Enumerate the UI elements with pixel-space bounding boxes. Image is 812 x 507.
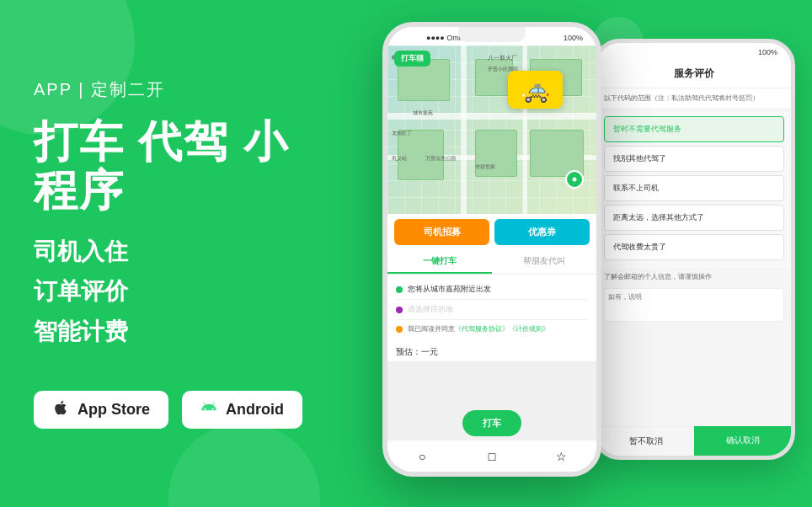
bottom-nav: ○ □ ☆: [387, 440, 596, 472]
secondary-bottom-buttons: 暂不取消 确认取消: [597, 426, 791, 456]
taxi-icon: 🚕: [508, 71, 563, 109]
map-label-5: 龙池壮丁: [392, 130, 412, 137]
agreement-link-2[interactable]: 《计价规则》: [509, 325, 549, 333]
location-pin: [565, 170, 584, 189]
location-row-from: 您将从城市嘉苑附近出发: [396, 280, 588, 300]
secondary-battery: 100%: [758, 48, 777, 56]
map-label-2: 八一新火厂: [488, 54, 517, 62]
loc-dot-from: [396, 286, 403, 293]
phone-wrapper: 100% 服务评价 以下代码的范围（注：私法助驾代代驾将封号惩罚） 暂时不需要代…: [366, 5, 804, 502]
cancel-button[interactable]: 暂不取消: [597, 426, 694, 456]
confirm-button[interactable]: 确认取消: [694, 426, 791, 456]
reason-btn-1[interactable]: 暂时不需要代驾服务: [604, 116, 784, 142]
loc-dot-agreement: [396, 326, 403, 333]
reason-btn-3[interactable]: 联系不上司机: [604, 175, 784, 201]
secondary-description: 以下代码的范围（注：私法助驾代代驾将封号惩罚）: [597, 88, 791, 108]
battery-label: 100%: [564, 34, 583, 42]
nav-home-icon[interactable]: ○: [414, 448, 430, 465]
android-label: Android: [226, 401, 284, 419]
action-bar: 司机招募 优惠券: [387, 214, 596, 250]
secondary-reasons: 暂时不需要代驾服务 找别其他代驾了 联系不上司机 距离太远，选择其他方式了 代驾…: [597, 111, 791, 269]
store-buttons: App Store Android: [34, 391, 329, 429]
reason-btn-4[interactable]: 距离太远，选择其他方式了: [604, 205, 784, 231]
top-label: APP | 定制二开: [34, 78, 329, 101]
price-row: 预估：一元: [387, 343, 596, 361]
tab-bar: 一键打车 帮朋友代叫: [387, 250, 596, 275]
driver-recruit-button[interactable]: 司机招募: [394, 219, 489, 245]
map-area: 电缆厂家属院 八一新火厂 开普小区西院 开普小区东院 龙池壮丁 巩义站 万景法浩…: [387, 45, 596, 214]
secondary-header: 服务评价: [597, 60, 791, 88]
tab-taxi[interactable]: 一键打车: [387, 250, 492, 274]
price-label: 预估：一元: [396, 346, 438, 358]
map-label-9: 城市嘉苑: [413, 109, 433, 117]
call-taxi-button[interactable]: 打车: [462, 410, 521, 436]
loc-text-to: 请选择目的地: [408, 304, 453, 315]
left-section: APP | 定制二开 打车 代驾 小程序 司机入住 订单评价 智能计费 App …: [0, 0, 362, 507]
location-row-agreement: 我已阅读并同意《代驾服务协议》《计价规则》: [396, 320, 588, 338]
phone-notch: [458, 27, 526, 42]
map-label-6: 巩义站: [392, 155, 407, 163]
nav-profile-icon[interactable]: ☆: [553, 448, 570, 465]
phone-main: ●●●● Omni 100%: [382, 22, 601, 477]
map-label-7: 万景法浩公园: [425, 155, 456, 163]
android-icon: [200, 399, 217, 420]
android-button[interactable]: Android: [182, 391, 302, 429]
loc-dot-to: [396, 307, 403, 313]
nav-menu-icon[interactable]: □: [483, 448, 500, 465]
reason-btn-5[interactable]: 代驾收费太贵了: [604, 234, 784, 260]
reason-btn-2[interactable]: 找别其他代驾了: [604, 146, 784, 172]
phone-secondary: 100% 服务评价 以下代码的范围（注：私法助驾代代驾将封号惩罚） 暂时不需要代…: [593, 39, 795, 460]
road-v1: [461, 45, 467, 214]
tab-friend[interactable]: 帮朋友代叫: [492, 250, 596, 274]
feature-1: 司机入住: [34, 232, 329, 272]
feature-3: 智能计费: [34, 312, 329, 352]
right-section: 100% 服务评价 以下代码的范围（注：私法助驾代代驾将封号惩罚） 暂时不需要代…: [357, 0, 812, 507]
svg-point-0: [573, 178, 577, 182]
sub-features: 司机入住 订单评价 智能计费: [34, 232, 329, 352]
loc-text-from: 您将从城市嘉苑附近出发: [408, 284, 491, 295]
secondary-status-bar: 100%: [597, 43, 791, 60]
feature-2: 订单评价: [34, 271, 329, 312]
agreement-link-1[interactable]: 《代驾服务协议》: [455, 325, 509, 333]
appstore-button[interactable]: App Store: [34, 391, 168, 429]
main-title: 打车 代驾 小程序: [34, 118, 329, 214]
loc-text-agreement: 我已阅读并同意《代驾服务协议》《计价规则》: [408, 324, 549, 334]
appstore-label: App Store: [77, 401, 150, 419]
map-label-8: 华碧世家: [475, 163, 495, 171]
secondary-textarea[interactable]: [604, 288, 784, 322]
carrier-label: ●●●● Omni: [401, 34, 465, 42]
apple-icon: [52, 399, 69, 420]
coupon-button[interactable]: 优惠券: [494, 219, 590, 245]
secondary-note: 了解会邮箱的个人信息，请谨慎操作: [597, 269, 791, 285]
location-row-to[interactable]: 请选择目的地: [396, 300, 588, 320]
location-inputs: 您将从城市嘉苑附近出发 请选择目的地 我已阅读并同意《代驾服务协议》《计价规则》: [387, 275, 596, 343]
app-brand-on-map: 打车猫: [394, 51, 430, 67]
